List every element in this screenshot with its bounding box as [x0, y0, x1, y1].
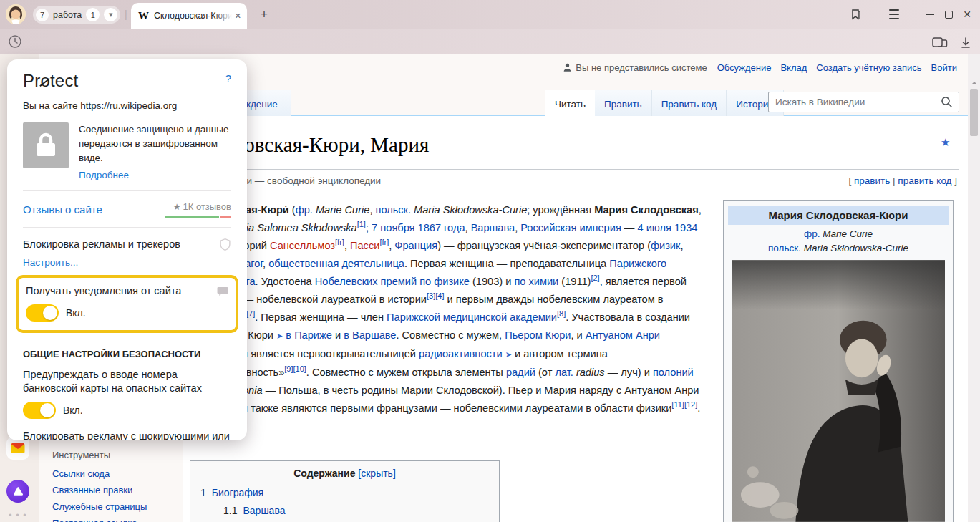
sidebar-link[interactable]: Связанные правки	[52, 485, 147, 496]
pl-label[interactable]: польск.	[768, 243, 801, 253]
wiki-link[interactable]: Нобелевских премий по физике	[315, 276, 470, 287]
wiki-link[interactable]: Франция	[394, 240, 437, 251]
personal-link[interactable]: Создать учётную запись	[816, 62, 921, 73]
maximize-button[interactable]	[941, 6, 956, 22]
wiki-link[interactable]: радий	[506, 367, 535, 378]
tab-3[interactable]: Править код	[652, 90, 727, 116]
text: ,	[699, 204, 702, 216]
tab-close-icon[interactable]: ✕	[235, 11, 241, 21]
toc-link[interactable]: Биография	[212, 487, 263, 498]
minimize-button[interactable]	[922, 6, 938, 22]
wiki-link[interactable]: фр.	[296, 204, 313, 216]
wiki-link[interactable]: 1867 года	[418, 222, 465, 233]
wiki-link[interactable]: физик	[651, 240, 680, 251]
alice-button[interactable]	[6, 480, 29, 503]
toc-hide-link[interactable]: [скрыть]	[358, 468, 395, 479]
tab-group[interactable]: 7 работа 1 ▾	[33, 6, 120, 24]
wiki-link[interactable]: по химии	[514, 276, 558, 287]
shocking-ads-label: Блокировать рекламу с шокирующими или не…	[23, 430, 231, 440]
search-input[interactable]	[769, 97, 941, 107]
wiki-link[interactable]: полоний	[653, 367, 694, 378]
clock-icon	[8, 34, 22, 49]
card-warning-state: Вкл.	[63, 405, 83, 416]
wiki-link[interactable]: в Варшаве	[344, 329, 396, 341]
sidebar-link[interactable]: Ссылки сюда	[52, 468, 147, 479]
infobox-french-name: фр. Marie Curie	[728, 228, 949, 239]
scrollbar-thumb[interactable]	[970, 89, 978, 136]
edit-link[interactable]: править	[854, 175, 890, 186]
bold-text: Мария Склодовская	[594, 204, 699, 216]
portrait-photo[interactable]	[732, 259, 945, 522]
wiki-link[interactable]: Парижской медицинской академии	[387, 311, 557, 323]
protect-popup: Protect ? Вы на сайте https://ru.wikiped…	[7, 59, 247, 440]
card-warning-toggle[interactable]	[23, 402, 56, 419]
reference-link[interactable]: [2]	[591, 274, 599, 282]
details-link[interactable]: Подробнее	[79, 170, 231, 180]
wiki-link[interactable]: в Париже	[286, 329, 332, 341]
personal-link[interactable]: Войти	[931, 62, 957, 73]
tab-2[interactable]: Править	[595, 90, 652, 116]
toc-number: 1	[200, 487, 206, 498]
wiki-link[interactable]: 7 ноября	[372, 222, 414, 233]
play-icon[interactable]: ➤	[505, 350, 512, 359]
close-icon: ✕	[963, 9, 971, 20]
bookmarks-panel-button[interactable]	[848, 6, 863, 22]
downloads-button[interactable]	[956, 34, 975, 50]
scroll-up-arrow[interactable]	[971, 79, 977, 84]
toc-number: 1.1	[223, 505, 237, 516]
wiki-link[interactable]: Российская империя	[520, 222, 621, 233]
wiki-link[interactable]: 4 июля	[638, 222, 671, 233]
wiki-search[interactable]	[768, 92, 959, 112]
browser-window: 7 работа 1 ▾ | W Склодовская-Кюри, Ма ✕ …	[0, 0, 980, 522]
reference-link[interactable]: [1]	[357, 220, 366, 228]
sidebar-link[interactable]: Постоянная ссылка	[52, 518, 147, 522]
fr-label[interactable]: фр.	[804, 228, 820, 239]
wiki-link[interactable]: лат.	[555, 367, 573, 378]
profile-avatar[interactable]	[6, 4, 26, 24]
wiki-link[interactable]: польск.	[375, 204, 411, 216]
text: и	[332, 329, 344, 341]
watch-star-icon[interactable]: ★	[941, 136, 950, 149]
sidebar-link[interactable]: Служебные страницы	[52, 501, 147, 512]
personal-link[interactable]: Обсуждение	[717, 62, 772, 73]
new-tab-button[interactable]: +	[256, 6, 273, 23]
tab-group-chevron[interactable]: ▾	[104, 8, 117, 21]
wiki-link[interactable]: радиоактивности	[419, 348, 503, 359]
side-panel-button[interactable]	[931, 34, 949, 50]
wiki-link[interactable]: Варшава	[471, 222, 515, 233]
red-link[interactable]: Пасси	[350, 240, 379, 251]
help-link[interactable]: ?	[225, 72, 231, 84]
reference-link[interactable]: [fr]	[379, 238, 389, 246]
search-icon[interactable]	[941, 96, 953, 108]
notifications-toggle[interactable]	[26, 304, 59, 322]
edit-source-link[interactable]: править код	[898, 175, 951, 186]
page-scrollbar[interactable]	[968, 54, 980, 522]
site-reviews-link[interactable]: Отзывы о сайте	[23, 203, 102, 216]
play-icon[interactable]: ➤	[276, 332, 283, 340]
red-link[interactable]: Санселльмоз	[270, 240, 335, 251]
personal-link[interactable]: Вклад	[780, 62, 807, 73]
connection-lock-tile	[23, 122, 69, 168]
infobox: Мария Склодовская-Кюри фр. Marie Curie п…	[723, 200, 954, 522]
configure-link[interactable]: Настроить...	[23, 257, 231, 268]
edit-links: [ править | править код ]	[849, 175, 957, 186]
active-tab[interactable]: W Склодовская-Кюри, Ма ✕	[131, 3, 247, 29]
tab-1[interactable]: Читать	[545, 90, 595, 116]
reference-link[interactable]: [fr]	[335, 238, 344, 246]
reference-link[interactable]: [3][4]	[427, 291, 444, 300]
wiki-link[interactable]: общественная деятельница	[268, 258, 404, 269]
text: (1903) и	[470, 276, 515, 287]
reference-link[interactable]: [8]	[557, 309, 566, 318]
rail-more-button[interactable]: • • •	[9, 510, 27, 521]
browser-menu-button[interactable]	[886, 6, 902, 22]
reference-link[interactable]: [11][12]	[671, 400, 697, 409]
wiki-link[interactable]: Пьером Кюри	[505, 329, 571, 341]
history-button[interactable]	[7, 34, 23, 49]
toc-item: 1.1Варшава	[200, 505, 499, 516]
text: (	[289, 204, 296, 216]
notifications-state: Вкл.	[66, 307, 86, 319]
reference-link[interactable]: [9][10]	[284, 364, 306, 373]
close-button[interactable]: ✕	[959, 6, 975, 22]
reviews-summary[interactable]: ★1К отзывов	[165, 200, 231, 218]
toc-link[interactable]: Варшава	[243, 505, 285, 516]
